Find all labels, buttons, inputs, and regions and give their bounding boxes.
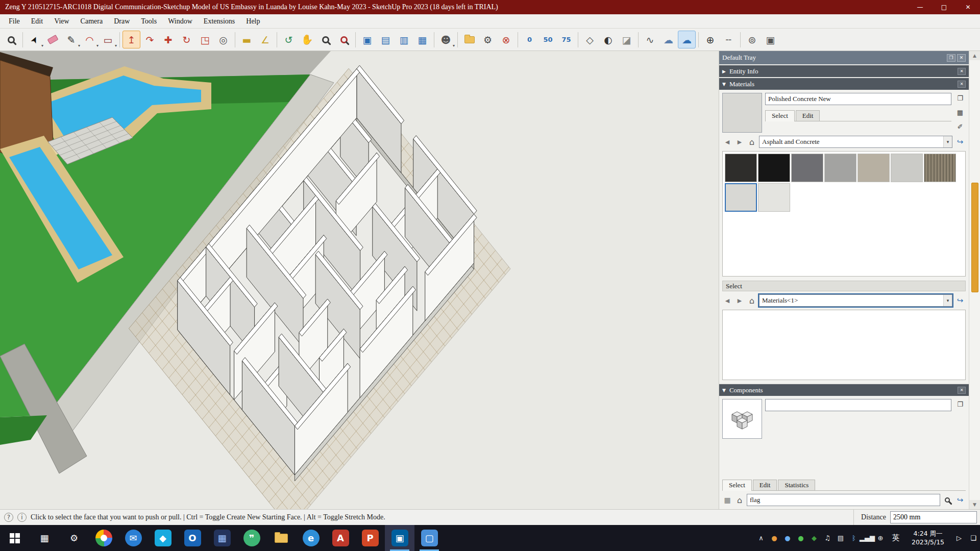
material-preview-thumbnail[interactable] [722,93,762,133]
followme-tool-icon[interactable]: ↷ [141,31,159,48]
orange-status-icon[interactable]: ● [768,525,781,551]
select-tool-icon[interactable]: ➤ [26,31,43,48]
maximize-button[interactable]: □ [932,0,956,14]
collection-dropdown[interactable]: Asphalt and Concrete ▾ [759,136,952,148]
tape-measure-icon[interactable]: ▬ [238,31,256,48]
components-header[interactable]: ▼ Components ✕ [719,384,969,396]
lasso-select-icon[interactable]: ∿ [641,31,659,48]
open-file-icon[interactable] [460,31,478,48]
home-icon[interactable]: ⌂ [747,137,757,147]
component-search-input[interactable] [747,494,940,506]
material-swatch-7[interactable] [725,183,757,212]
in-model-icon[interactable]: ▦ [955,107,965,117]
network-bars-icon[interactable]: ▂▄▆ [861,525,874,551]
view-options-icon[interactable]: ▦ [722,495,732,505]
style-textured-icon[interactable]: ▦ [413,31,431,48]
iso-view-icon[interactable]: ▣ [358,31,376,48]
menu-edit[interactable]: Edit [26,15,48,28]
material-swatch-2[interactable] [791,154,823,182]
component-name-field[interactable] [765,399,951,411]
pan-tool-icon[interactable]: ✋ [298,31,316,48]
menu-camera[interactable]: Camera [75,15,109,28]
edge-browser-icon[interactable]: e [296,525,326,551]
tab-edit[interactable]: Edit [753,480,777,490]
move-tool-icon[interactable]: ✚ [159,31,177,48]
close-button[interactable]: ✕ [956,0,980,14]
scroll-up-icon[interactable]: ▲ [969,51,980,60]
sketchup-icon[interactable]: ▣ [385,525,414,551]
close-session-icon[interactable]: ⊗ [497,31,515,48]
tab-statistics[interactable]: Statistics [778,480,815,490]
menu-view[interactable]: View [48,15,75,28]
autocad-icon[interactable]: A [326,525,355,551]
secondary-collection-dropdown[interactable]: Materials<1> ▾ [759,294,952,307]
tray-scrollbar[interactable]: ▲ ▼ [969,51,980,509]
paint-opacity-50-icon[interactable]: 50 [539,31,557,48]
style-shaded-icon[interactable]: ▥ [395,31,413,48]
dashed-line-icon[interactable]: ╌ [720,31,738,48]
style-wireframe-icon[interactable]: ▤ [377,31,395,48]
media-play-icon[interactable]: ▷ [952,525,966,551]
preferences-gear-icon[interactable]: ⚙ [479,31,497,48]
rotate-tool-icon[interactable]: ↻ [178,31,195,48]
add-item-icon[interactable]: ⊕ [701,31,719,48]
store-app-icon[interactable]: ◆ [148,525,178,551]
material-swatch-5[interactable] [891,154,923,182]
menu-draw[interactable]: Draw [108,15,135,28]
scale-tool-icon[interactable]: ◳ [196,31,214,48]
scroll-down-icon[interactable]: ▼ [969,500,980,509]
contrast-toggle-icon[interactable]: ◐ [599,31,617,48]
globe-network-icon[interactable]: ⊕ [874,525,887,551]
tray-float-icon[interactable]: ❐ [947,54,955,62]
photos-app-icon[interactable] [89,525,118,551]
menu-extensions[interactable]: Extensions [198,15,240,28]
in-model-home-icon[interactable]: ⌂ [734,495,745,505]
zoom-tool-icon[interactable] [316,31,334,48]
line-tool-icon[interactable]: ✎ [62,31,80,48]
material-swatch-0[interactable] [725,154,757,182]
green-status-icon[interactable]: ● [794,525,807,551]
zoom-extents-icon[interactable] [335,31,353,48]
geolocation-help-icon[interactable]: ? [4,513,13,522]
dev-grid-app-icon[interactable]: ▦ [207,525,237,551]
distance-input[interactable] [890,511,977,523]
material-swatch-8[interactable] [758,183,790,212]
scrollbar-thumb[interactable] [971,183,978,292]
menu-help[interactable]: Help [240,15,265,28]
component-preview-thumbnail[interactable] [722,399,762,439]
search-icon[interactable] [942,495,952,505]
arc-tool-icon[interactable]: ◠ [81,31,99,48]
credits-info-icon[interactable]: i [17,513,27,522]
offset-tool-icon[interactable]: ◎ [214,31,232,48]
details-arrow-icon[interactable]: ↪ [954,494,966,506]
action-center-icon[interactable]: ❏ [967,525,980,551]
secondary-pane-toggle-icon[interactable]: ❐ [955,399,965,409]
sample-paint-icon[interactable]: ✐ [955,121,965,132]
geolocation-icon[interactable]: ☻ [437,31,455,48]
tab-edit[interactable]: Edit [796,110,820,121]
materials-secondary-list[interactable] [722,310,966,380]
hidden-icons-chevron[interactable]: ∧ [754,525,768,551]
tray-close-icon[interactable]: ✕ [957,54,966,62]
component-box-icon[interactable]: ▣ [762,31,779,48]
dropdown-caret-icon[interactable]: ▾ [943,136,952,147]
materials-close-icon[interactable]: ✕ [958,81,966,88]
material-name-field[interactable] [765,93,951,105]
entity-info-header[interactable]: ▶ Entity Info ✕ [719,65,969,77]
orbit-tool-icon[interactable]: ↺ [280,31,298,48]
paint-opacity-75-icon[interactable]: 75 [557,31,575,48]
capture-tool-icon[interactable]: ▢ [414,525,444,551]
material-swatch-6[interactable] [924,154,956,182]
volume-icon[interactable]: ♫ [821,525,834,551]
materials-header[interactable]: ▼ Materials ✕ [719,78,969,90]
start-button[interactable] [0,525,30,551]
menu-file[interactable]: File [3,15,26,28]
settings-gear-icon[interactable]: ⚙ [59,525,89,551]
keyboard-layout-icon[interactable]: ▤ [834,525,847,551]
bluetooth-icon[interactable]: ᛒ [847,525,861,551]
security-shield-icon[interactable]: ◆ [807,525,821,551]
im-app-icon[interactable]: ● [781,525,794,551]
home-icon[interactable]: ⌂ [747,295,757,306]
wechat-icon[interactable]: ❞ [237,525,266,551]
back-arrow-icon[interactable]: ◀ [722,137,732,147]
